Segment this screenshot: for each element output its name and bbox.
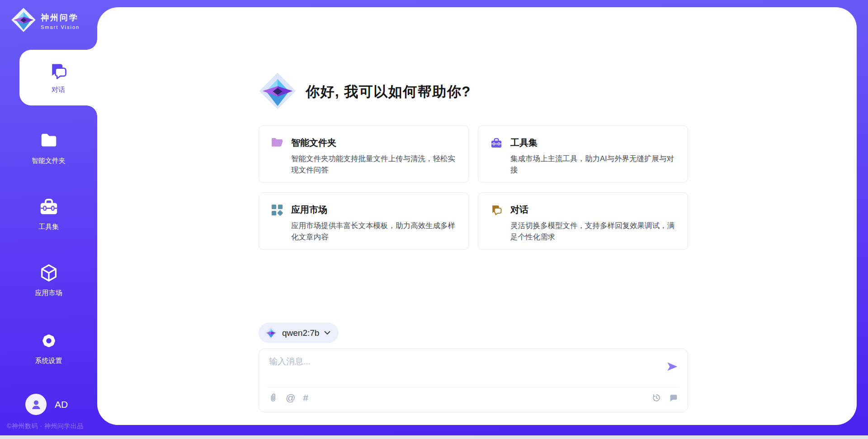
sidebar-item-smart-folder[interactable]: 智能文件夹 [0, 130, 97, 165]
card-app-market[interactable]: 应用市场 应用市场提供丰富长文本模板，助力高效生成多样化文章内容 [259, 192, 469, 250]
brand: 神州问学 Smart Vision [11, 7, 80, 34]
copyright-text: ©神州数码 · 神州问学出品 [7, 422, 84, 430]
folder-icon [38, 130, 59, 153]
person-icon [29, 398, 43, 411]
sidebar-item-toolset[interactable]: 工具集 [0, 196, 97, 231]
send-icon[interactable] [666, 360, 679, 373]
chat-icon [48, 61, 68, 82]
active-tab-curve-bottom [86, 105, 97, 116]
history-icon[interactable] [651, 393, 661, 403]
card-smart-folder[interactable]: 智能文件夹 智能文件夹功能支持批量文件上传与清洗，轻松实现文件问答 [259, 125, 469, 183]
chevron-down-icon [324, 331, 330, 335]
model-selector[interactable]: qwen2:7b [259, 323, 339, 343]
chat-input-box: @ # [259, 348, 688, 412]
briefcase-icon [38, 196, 59, 219]
chat-icon [490, 204, 503, 216]
brand-diamond-logo-icon [11, 7, 36, 34]
briefcase-icon [490, 137, 503, 149]
card-title: 对话 [510, 204, 528, 216]
sidebar-item-label: 应用市场 [35, 289, 62, 297]
brand-name: 神州问学 [41, 12, 80, 23]
input-divider [267, 387, 679, 387]
gear-icon [38, 330, 59, 353]
card-toolset[interactable]: 工具集 集成市场上主流工具，助力AI与外界无缝扩展与对接 [478, 125, 688, 183]
active-tab-curve-top [86, 39, 97, 50]
mention-icon[interactable]: @ [286, 393, 295, 402]
sidebar-item-chat[interactable]: 对话 [19, 50, 97, 105]
apps-grid-icon [271, 204, 283, 216]
sidebar-item-label: 工具集 [38, 223, 59, 231]
sidebar: 神州问学 Smart Vision 对话 智能文件夹 [0, 0, 97, 439]
hash-icon[interactable]: # [303, 393, 308, 402]
folder-open-icon [271, 137, 283, 149]
page-bottom-strip [0, 435, 868, 439]
chat-bubble-icon[interactable] [669, 393, 679, 403]
feature-cards: 智能文件夹 智能文件夹功能支持批量文件上传与清洗，轻松实现文件问答 工具集 集成… [259, 125, 688, 250]
card-description: 灵活切换多模型文件，支持多样回复效果调试，满足个性化需求 [510, 220, 676, 243]
card-chat[interactable]: 对话 灵活切换多模型文件，支持多样回复效果调试，满足个性化需求 [478, 192, 688, 250]
greeting: 你好, 我可以如何帮助你? [259, 72, 471, 112]
card-title: 应用市场 [291, 204, 327, 216]
card-description: 应用市场提供丰富长文本模板，助力高效生成多样化文章内容 [291, 220, 457, 243]
card-description: 集成市场上主流工具，助力AI与外界无缝扩展与对接 [510, 153, 676, 176]
model-name: qwen2:7b [282, 328, 319, 338]
diamond-logo-icon [265, 327, 277, 339]
avatar [25, 394, 47, 415]
message-input[interactable] [269, 356, 658, 383]
sidebar-item-label: 系统设置 [35, 357, 62, 365]
greeting-diamond-logo-icon [259, 72, 297, 112]
card-title: 工具集 [510, 137, 538, 149]
sidebar-item-settings[interactable]: 系统设置 [0, 330, 97, 365]
cube-icon [38, 262, 59, 285]
sidebar-item-label: 智能文件夹 [32, 157, 66, 165]
brand-subtitle: Smart Vision [41, 24, 80, 30]
paperclip-icon[interactable] [268, 392, 278, 402]
greeting-title: 你好, 我可以如何帮助你? [306, 82, 471, 101]
card-title: 智能文件夹 [291, 137, 336, 149]
user-profile[interactable]: AD [25, 394, 68, 415]
card-description: 智能文件夹功能支持批量文件上传与清洗，轻松实现文件问答 [291, 153, 457, 176]
sidebar-item-label: 对话 [52, 86, 65, 94]
user-name: AD [55, 399, 68, 410]
sidebar-item-app-market[interactable]: 应用市场 [0, 262, 97, 297]
